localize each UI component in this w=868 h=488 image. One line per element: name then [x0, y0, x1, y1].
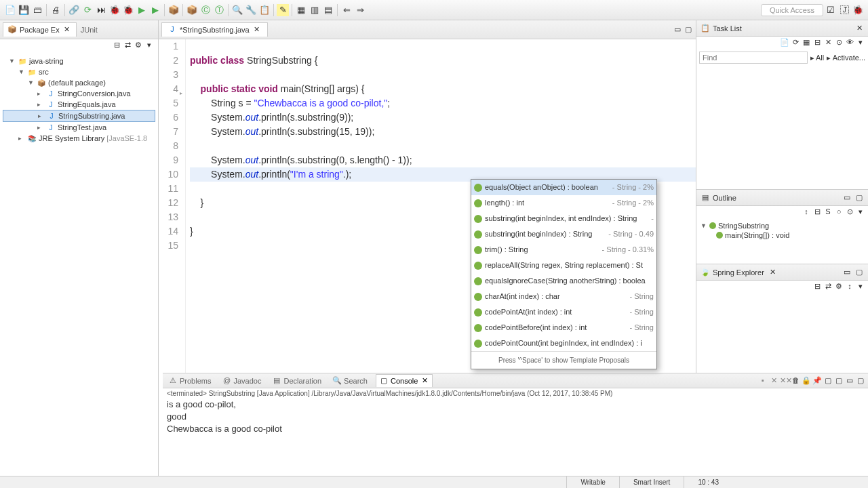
hide-non-public-icon[interactable]: ○	[834, 207, 844, 217]
declaration-tab[interactable]: ▤Declaration	[269, 375, 324, 387]
close-icon[interactable]: ✕	[420, 376, 429, 386]
collapse-icon[interactable]: ⊟	[812, 38, 822, 47]
file-1[interactable]: ▸JStringEquals.java	[3, 99, 155, 110]
maximize-icon[interactable]: ▢	[854, 268, 864, 277]
grid-icon[interactable]: ▦	[295, 4, 307, 16]
file-2[interactable]: ▸JStringSubstring.java	[3, 110, 155, 122]
hide-static-icon[interactable]: S	[823, 207, 833, 217]
highlight-icon[interactable]: ✎	[277, 4, 289, 16]
open-type-icon[interactable]: Ⓣ	[213, 4, 225, 16]
find-input[interactable]	[699, 52, 808, 64]
menu-icon[interactable]: ▾	[856, 38, 865, 47]
autocomplete-popup[interactable]: equals(Object anObject) : boolean- Strin…	[471, 179, 657, 369]
ac-item-0[interactable]: equals(Object anObject) : boolean- Strin…	[471, 180, 656, 195]
focus-icon[interactable]: ⊙	[834, 38, 844, 47]
hide-fields-icon[interactable]: ⊟	[812, 207, 822, 217]
package-explorer-tab[interactable]: 📦 Package Ex ✕	[3, 22, 77, 37]
new-class-icon[interactable]: Ⓒ	[199, 4, 212, 16]
ac-item-5[interactable]: replaceAll(String regex, String replacem…	[471, 258, 656, 273]
search-tab[interactable]: 🔍Search	[330, 375, 370, 387]
ac-item-7[interactable]: charAt(int index) : char- String	[471, 289, 656, 304]
scroll-lock-icon[interactable]: 🔒	[802, 376, 811, 386]
perspective-icon[interactable]: ☑	[825, 4, 837, 16]
ac-item-6[interactable]: equalsIgnoreCase(String anotherString) :…	[471, 273, 656, 289]
maximize-icon[interactable]: ▢	[854, 193, 864, 203]
menu-icon[interactable]: ▾	[856, 282, 865, 291]
src-folder[interactable]: ▼📁src	[3, 66, 155, 77]
ac-item-4[interactable]: trim() : String- String - 0.31%	[471, 242, 656, 258]
collapse-icon[interactable]: ⊟	[812, 282, 822, 291]
minimize-icon[interactable]: ▭	[842, 268, 852, 277]
print-icon[interactable]: 🖨	[50, 4, 62, 16]
focus-icon[interactable]: ⊙	[845, 207, 854, 217]
back-icon[interactable]: ⇐	[340, 4, 353, 16]
remove-all-icon[interactable]: ✕✕	[780, 376, 789, 386]
new-project-icon[interactable]: 📦	[167, 4, 180, 16]
collapse-icon[interactable]: ⊟	[112, 41, 121, 50]
columns-icon[interactable]: ▥	[309, 4, 321, 16]
activate-link[interactable]: ▸ Activate...	[827, 54, 865, 62]
terminate-icon[interactable]: ▪	[758, 376, 768, 386]
link-editor-icon[interactable]: ⇄	[123, 41, 132, 50]
open-console-icon[interactable]: ▢	[834, 376, 844, 386]
debug-perspective-icon[interactable]: 🐞	[852, 4, 864, 16]
close-icon[interactable]: ✕	[854, 24, 864, 33]
focus-icon[interactable]: ⚙	[134, 41, 143, 50]
problems-tab[interactable]: ⚠Problems	[165, 375, 214, 387]
ac-item-9[interactable]: codePointBefore(int index) : int- String	[471, 320, 656, 336]
remove-icon[interactable]: ✕	[769, 376, 778, 386]
default-package[interactable]: ▼📦(default package)	[3, 77, 155, 88]
project-root[interactable]: ▼📁java-string	[3, 56, 155, 66]
debug-icon[interactable]: 🐞	[122, 4, 134, 16]
close-icon[interactable]: ✕	[768, 268, 778, 277]
file-0[interactable]: ▸JStringConversion.java	[3, 88, 155, 99]
console-tab[interactable]: ▢Console✕	[376, 374, 433, 387]
new-package-icon[interactable]: 📦	[186, 4, 198, 16]
sync-icon[interactable]: ⟳	[791, 38, 800, 47]
file-3[interactable]: ▸JStringTest.java	[3, 122, 155, 133]
ac-item-1[interactable]: length() : int- String - 2%	[471, 195, 656, 211]
refresh-icon[interactable]: ⟳	[81, 4, 94, 16]
run-config-icon[interactable]: ▶	[149, 4, 161, 16]
coverage-icon[interactable]: 🐞	[108, 4, 121, 16]
save-all-icon[interactable]: 🗃	[31, 4, 43, 16]
ac-item-3[interactable]: substring(int beginIndex) : String- Stri…	[471, 226, 656, 242]
save-icon[interactable]: 💾	[18, 4, 30, 16]
filter-icon[interactable]: ⚙	[834, 282, 844, 291]
link-icon[interactable]: ⇄	[823, 282, 833, 291]
ac-item-10[interactable]: codePointCount(int beginIndex, int endIn…	[471, 336, 656, 351]
maximize-icon[interactable]: ▢	[856, 376, 865, 386]
hide-icon[interactable]: 👁	[845, 38, 854, 47]
menu-icon[interactable]: ▾	[144, 41, 154, 50]
ac-item-2[interactable]: substring(int beginIndex, int endIndex) …	[471, 211, 656, 226]
menu-icon[interactable]: ▾	[856, 207, 865, 217]
outline-method[interactable]: main(String[]) : void	[699, 230, 865, 240]
skip-icon[interactable]: ⏭	[95, 4, 107, 16]
new-task-icon[interactable]: 📄	[780, 38, 789, 47]
sort-icon[interactable]: ↕	[802, 207, 811, 217]
table-icon[interactable]: ▤	[322, 4, 334, 16]
display-icon[interactable]: ▢	[823, 376, 833, 386]
ac-item-8[interactable]: codePointAt(int index) : int- String	[471, 304, 656, 320]
outline-class[interactable]: ▼StringSubstring	[699, 221, 865, 230]
clear-icon[interactable]: 🗑	[791, 376, 800, 386]
maximize-icon[interactable]: ▢	[684, 25, 693, 35]
java-perspective-icon[interactable]: 🇯	[838, 4, 850, 16]
run-icon[interactable]: ▶	[136, 4, 148, 16]
forward-icon[interactable]: ⇒	[354, 4, 366, 16]
minimize-icon[interactable]: ▭	[845, 376, 854, 386]
editor-tab[interactable]: J *StringSubstring.java ✕	[161, 22, 268, 37]
javadoc-tab[interactable]: @Javadoc	[219, 375, 264, 387]
cat-icon[interactable]: ▦	[802, 38, 811, 47]
minimize-icon[interactable]: ▭	[842, 193, 852, 203]
close-icon[interactable]: ✕	[252, 25, 262, 35]
all-link[interactable]: ▸ All	[810, 54, 825, 62]
close-icon[interactable]: ✕	[62, 25, 72, 35]
new-icon[interactable]: 📄	[4, 4, 16, 16]
pin-icon[interactable]: 📌	[812, 376, 822, 386]
filter-icon[interactable]: ✕	[823, 38, 833, 47]
link-icon[interactable]: 🔗	[68, 4, 80, 16]
task-icon[interactable]: 📋	[258, 4, 271, 16]
toggle-icon[interactable]: 🔧	[245, 4, 257, 16]
jre-library[interactable]: ▸📚JRE System Library [JavaSE-1.8	[3, 133, 155, 144]
